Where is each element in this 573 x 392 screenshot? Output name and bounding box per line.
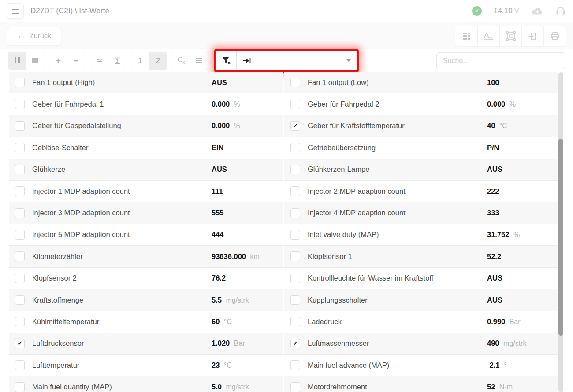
table-row: Lufttemperatur 23 °C Main fuel advance (… <box>9 355 558 376</box>
value-cell-right: Injector 4 MDP adaption count 333 <box>284 202 558 224</box>
param-label: Inlet valve duty (MAP) <box>308 230 379 239</box>
zoom-group: + − <box>49 52 85 70</box>
view-button-group <box>455 26 566 46</box>
row-checkbox[interactable] <box>290 143 300 152</box>
add-button[interactable]: + <box>49 52 67 70</box>
row-checkbox[interactable] <box>15 295 25 305</box>
row-checkbox[interactable] <box>15 274 25 283</box>
back-button[interactable]: ← Zurück <box>7 27 61 45</box>
param-value: 333 <box>487 209 499 217</box>
row-checkbox[interactable]: ✔ <box>290 339 300 348</box>
row-checkbox[interactable] <box>290 317 300 326</box>
row-checkbox[interactable] <box>290 382 300 392</box>
table-row: Fan 1 output (High) AUS Fan 1 output (Lo… <box>9 72 558 93</box>
row-checkbox[interactable] <box>290 78 300 87</box>
table-row: Kühlmitteltemperatur 60 °C Ladedruck 0.9… <box>9 311 558 333</box>
param-label: Injector 4 MDP adaption count <box>308 209 406 217</box>
param-label: Main fuel advance (MAP) <box>308 361 389 370</box>
back-arrow-icon: ← <box>17 32 25 41</box>
value-cell-left: Fan 1 output (High) AUS <box>9 72 283 93</box>
param-label: Main fuel quantity (MAP) <box>32 383 112 391</box>
smoothing-button[interactable]: ≃ <box>90 52 108 70</box>
table-row: Main fuel quantity (MAP) 5.0 mg/strk Mot… <box>9 376 558 392</box>
param-label: Geber für Fahrpedal 2 <box>308 100 379 108</box>
page-one-button[interactable]: 1 <box>131 52 149 70</box>
filter-dropdown[interactable] <box>257 51 357 70</box>
highlighted-filter-group <box>214 49 359 73</box>
print-icon <box>550 31 560 41</box>
param-unit: Bar <box>234 340 245 347</box>
pause-button[interactable] <box>8 52 26 70</box>
row-checkbox[interactable] <box>15 317 25 326</box>
row-checkbox[interactable] <box>15 230 25 240</box>
fit-height-button[interactable] <box>108 52 126 70</box>
row-checkbox[interactable] <box>290 208 300 218</box>
frame-select-icon <box>506 31 516 41</box>
row-checkbox[interactable]: ✔ <box>290 121 300 131</box>
param-unit: % <box>234 100 240 108</box>
param-label: Kraftstoffmenge <box>32 296 83 304</box>
row-checkbox[interactable] <box>290 295 300 305</box>
live-values-toolbar: + − ≃ 1 2 Cx <box>0 49 573 72</box>
remove-button[interactable]: − <box>67 52 85 70</box>
chart-view-button[interactable] <box>477 26 499 46</box>
param-unit: % <box>510 100 516 108</box>
row-checkbox[interactable] <box>290 360 300 370</box>
row-checkbox[interactable] <box>15 251 25 261</box>
param-label: Gebläse-Schalter <box>32 144 88 152</box>
stop-button[interactable] <box>26 52 44 70</box>
row-checkbox[interactable] <box>15 143 25 152</box>
list-button[interactable] <box>190 52 208 70</box>
table-row: Gebläse-Schalter EIN Getriebeübersetzung… <box>9 137 558 159</box>
row-checkbox[interactable] <box>15 360 25 370</box>
param-label: Klopfsensor 1 <box>308 252 352 261</box>
headset-icon[interactable] <box>555 6 566 16</box>
page-one-label: 1 <box>138 57 142 65</box>
export-button[interactable] <box>521 26 543 46</box>
param-unit: % <box>234 122 240 129</box>
row-checkbox[interactable] <box>15 100 25 109</box>
row-checkbox[interactable] <box>290 230 300 240</box>
row-checkbox[interactable] <box>15 78 25 87</box>
print-button[interactable] <box>543 26 566 46</box>
menu-button[interactable] <box>7 3 24 19</box>
param-label: Fan 1 output (High) <box>32 78 95 87</box>
value-cell-left: Injector 3 MDP adaption count 555 <box>9 202 283 224</box>
smoothing-icon: ≃ <box>96 55 103 66</box>
param-label: Luftmassenmesser <box>308 339 369 348</box>
page-group: 1 2 <box>131 52 167 70</box>
row-checkbox[interactable] <box>15 121 25 131</box>
param-value-wrap: -2.1 ° <box>487 361 506 370</box>
row-checkbox[interactable] <box>15 165 25 174</box>
param-value: EIN <box>212 144 224 152</box>
param-value-wrap: 0.990 Bar <box>487 318 521 326</box>
row-checkbox[interactable] <box>290 165 300 174</box>
row-checkbox[interactable] <box>15 208 25 218</box>
grid-view-button[interactable] <box>455 26 477 46</box>
param-value-wrap: 5.5 mg/strk <box>212 296 249 304</box>
value-cell-left: Lufttemperatur 23 °C <box>9 355 283 376</box>
page-two-button[interactable]: 2 <box>149 52 167 70</box>
goto-selection-button[interactable] <box>237 51 257 70</box>
param-value-wrap: 333 <box>487 209 502 217</box>
search-area <box>436 52 565 69</box>
row-checkbox[interactable] <box>15 186 25 196</box>
cloud-download-icon[interactable] <box>531 7 543 15</box>
row-checkbox[interactable] <box>290 100 300 109</box>
scrollbar-thumb[interactable] <box>558 139 563 336</box>
param-value: 31.752 <box>487 230 509 238</box>
clear-values-button[interactable]: Cx <box>172 52 190 70</box>
table-row: Glühkerze AUS Glühkerzen-Lampe AUS <box>9 159 558 181</box>
row-checkbox[interactable] <box>290 251 300 261</box>
param-value-wrap: 5.0 mg/strk <box>212 383 249 391</box>
value-cell-right: ✔ Geber für Kraftstofftemperatur 40 °C <box>284 115 558 137</box>
frame-select-button[interactable] <box>499 26 521 46</box>
filter-clear-button[interactable] <box>216 51 237 70</box>
row-checkbox[interactable]: ✔ <box>15 339 25 348</box>
param-label: Injector 1 MDP adaption count <box>32 187 130 196</box>
row-checkbox[interactable] <box>290 186 300 196</box>
row-checkbox[interactable] <box>15 382 25 392</box>
row-checkbox[interactable] <box>290 274 300 283</box>
search-input[interactable] <box>436 52 565 69</box>
param-label: Injector 5 MDP adaption count <box>32 230 130 239</box>
